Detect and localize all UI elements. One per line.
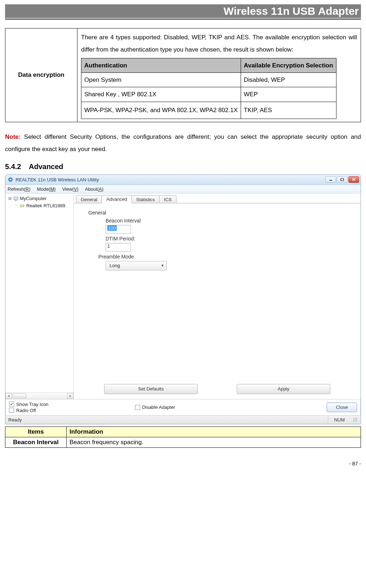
document-header-title: Wireless 11n USB Adapter bbox=[5, 4, 361, 18]
maximize-button[interactable] bbox=[337, 176, 348, 183]
show-tray-icon-checkbox[interactable]: ✔ Show Tray Icon bbox=[9, 402, 49, 407]
svg-rect-5 bbox=[14, 197, 18, 200]
scroll-right-arrow[interactable]: ▸ bbox=[67, 393, 73, 399]
window-title: REALTEK 11n USB Wireless LAN Utility bbox=[15, 177, 325, 182]
menu-refresh[interactable]: Refresh(R) bbox=[8, 186, 31, 192]
inner-r1-auth: Shared Key , WEP 802.1X bbox=[81, 87, 241, 102]
tab-advanced[interactable]: Advanced bbox=[102, 195, 132, 203]
dtim-period-value: 1 bbox=[107, 243, 110, 249]
inner-r0-auth: Open System bbox=[81, 73, 241, 87]
encryption-desc: There are 4 types supported: Disabled, W… bbox=[81, 34, 357, 53]
encryption-inner-table: Authentication Available Encryption Sele… bbox=[81, 58, 336, 119]
preamble-mode-combo[interactable]: Long ▼ bbox=[106, 261, 167, 270]
svg-rect-6 bbox=[15, 200, 17, 201]
radio-off-label: Radio Off bbox=[16, 408, 36, 413]
inner-th-sel: Available Encryption Selection bbox=[241, 58, 336, 73]
dtim-period-input[interactable]: 1 bbox=[106, 243, 131, 252]
tab-ics[interactable]: ICS bbox=[159, 195, 177, 203]
close-button[interactable]: Close bbox=[327, 403, 357, 412]
beacon-interval-label: Beacon Interval bbox=[106, 218, 354, 224]
inner-r1-sel: WEP bbox=[241, 87, 336, 102]
set-defaults-button[interactable]: Set Defaults bbox=[104, 384, 198, 394]
svg-rect-8 bbox=[23, 205, 24, 206]
tab-general[interactable]: General bbox=[76, 195, 102, 203]
info-th-items: Items bbox=[5, 426, 67, 437]
apply-button[interactable]: Apply bbox=[237, 384, 330, 394]
tree-pane: ⊟ MyComputer ⋯ Realtek RTL81889 ◂ bbox=[5, 194, 74, 399]
status-num: NUM bbox=[328, 416, 351, 424]
app-window: REALTEK 11n USB Wireless LAN Utility Ref… bbox=[5, 174, 361, 424]
tab-panel-advanced: General Beacon Interval 100 DTIM Period:… bbox=[74, 203, 361, 399]
computer-icon bbox=[13, 196, 19, 202]
dtim-period-label: DTIM Period: bbox=[106, 236, 354, 242]
menubar: Refresh(R) Mode(M) View(V) About(A) bbox=[5, 185, 361, 194]
tree-root-label: MyComputer bbox=[20, 196, 46, 201]
show-tray-icon-label: Show Tray Icon bbox=[16, 402, 49, 407]
tree-root-row[interactable]: ⊟ MyComputer bbox=[6, 195, 73, 202]
page-number: - 87 - bbox=[5, 461, 361, 467]
radio-off-checkbox[interactable]: Radio Off bbox=[9, 408, 49, 413]
encryption-label-cell: Data encryption bbox=[5, 28, 77, 122]
note-label: Note: bbox=[5, 133, 21, 140]
section-heading: 5.4.2 Advanced bbox=[5, 163, 361, 171]
beacon-interval-input[interactable]: 100 bbox=[106, 225, 131, 234]
inner-r2-auth: WPA-PSK, WPA2-PSK, and WPA 802.1X, WPA2 … bbox=[81, 102, 241, 119]
menu-about[interactable]: About(A) bbox=[85, 186, 103, 192]
preamble-mode-label: Preamble Mode bbox=[98, 254, 354, 260]
header-rule bbox=[5, 19, 361, 19]
info-r1-item: Beacon Interval bbox=[5, 437, 67, 447]
inner-r0-sel: Disabled, WEP bbox=[241, 73, 336, 87]
menu-view[interactable]: View(V) bbox=[62, 186, 79, 192]
note-paragraph: Note: Select different Security Options,… bbox=[5, 131, 361, 155]
tree-leaf-dots: ⋯ bbox=[14, 203, 18, 208]
info-th-information: Information bbox=[67, 426, 361, 437]
app-icon bbox=[8, 177, 13, 182]
resize-grip-icon[interactable] bbox=[353, 417, 358, 422]
checkbox-unchecked-icon bbox=[135, 405, 140, 410]
tree-collapse-icon[interactable]: ⊟ bbox=[8, 196, 12, 201]
checkbox-checked-icon: ✔ bbox=[9, 402, 14, 407]
close-window-button[interactable] bbox=[348, 176, 359, 183]
minimize-button[interactable] bbox=[325, 176, 336, 183]
section-number: 5.4.2 bbox=[5, 163, 21, 171]
preamble-mode-value: Long bbox=[110, 263, 120, 268]
checkbox-unchecked-icon bbox=[9, 408, 14, 413]
adapter-icon bbox=[19, 203, 25, 209]
section-title: Advanced bbox=[29, 163, 63, 171]
svg-rect-2 bbox=[341, 178, 344, 181]
svg-rect-7 bbox=[20, 205, 23, 207]
encryption-body-cell: There are 4 types supported: Disabled, W… bbox=[77, 28, 361, 122]
tree-child-label: Realtek RTL81889 bbox=[26, 203, 65, 208]
encryption-table: Data encryption There are 4 types suppor… bbox=[5, 28, 361, 122]
menu-mode[interactable]: Mode(M) bbox=[37, 186, 56, 192]
content-pane: General Advanced Statistics ICS General … bbox=[74, 194, 361, 399]
scroll-left-arrow[interactable]: ◂ bbox=[5, 393, 12, 399]
tree-child-row[interactable]: ⋯ Realtek RTL81889 bbox=[6, 202, 73, 209]
info-table: Items Information Beacon Interval Beacon… bbox=[5, 426, 361, 448]
group-general-label: General bbox=[88, 210, 354, 216]
disable-adapter-label: Disable Adapter bbox=[142, 404, 175, 410]
status-ready: Ready bbox=[8, 417, 22, 423]
chevron-down-icon: ▼ bbox=[161, 264, 164, 268]
beacon-interval-value: 100 bbox=[107, 225, 117, 231]
options-bar: ✔ Show Tray Icon Radio Off Disable Adapt… bbox=[5, 399, 361, 415]
tree-scrollbar[interactable]: ◂ ▸ bbox=[5, 393, 73, 399]
statusbar: Ready NUM bbox=[5, 415, 361, 424]
titlebar[interactable]: REALTEK 11n USB Wireless LAN Utility bbox=[5, 175, 361, 185]
note-text: Select different Security Options, the c… bbox=[5, 133, 361, 152]
inner-r2-sel: TKIP, AES bbox=[241, 102, 336, 119]
scroll-thumb[interactable] bbox=[13, 393, 26, 398]
inner-th-auth: Authentication bbox=[81, 58, 241, 73]
disable-adapter-checkbox[interactable]: Disable Adapter bbox=[135, 404, 175, 410]
tabstrip: General Advanced Statistics ICS bbox=[74, 194, 361, 203]
info-r1-info: Beacon frequency spacing. bbox=[67, 437, 361, 447]
tab-statistics[interactable]: Statistics bbox=[131, 195, 160, 203]
